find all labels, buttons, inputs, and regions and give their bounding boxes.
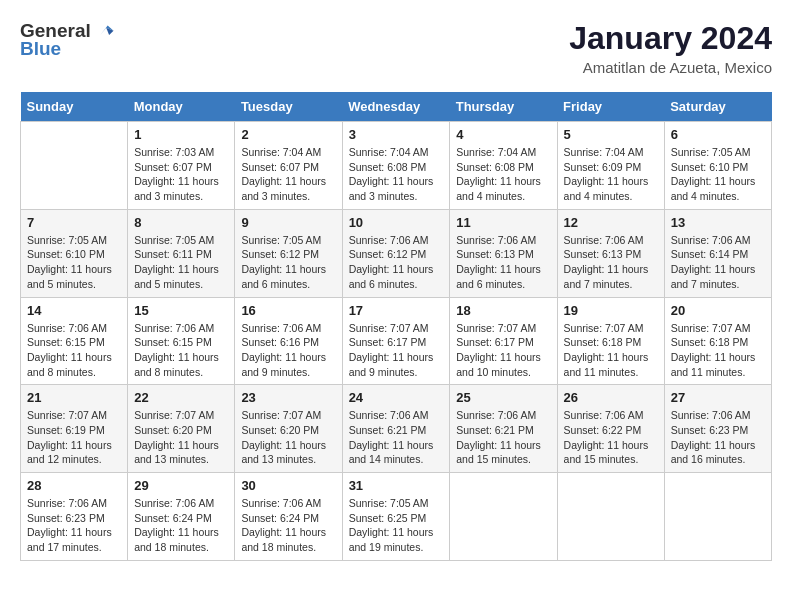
title-section: January 2024 Amatitlan de Azueta, Mexico <box>569 20 772 76</box>
day-info: Sunrise: 7:04 AMSunset: 6:09 PMDaylight:… <box>564 145 658 204</box>
calendar-cell: 16Sunrise: 7:06 AMSunset: 6:16 PMDayligh… <box>235 297 342 385</box>
page-title: January 2024 <box>569 20 772 57</box>
calendar-cell: 23Sunrise: 7:07 AMSunset: 6:20 PMDayligh… <box>235 385 342 473</box>
day-number: 15 <box>134 303 228 318</box>
weekday-header: Tuesday <box>235 92 342 122</box>
calendar-cell <box>21 122 128 210</box>
logo-blue-text: Blue <box>20 38 61 60</box>
calendar-cell: 22Sunrise: 7:07 AMSunset: 6:20 PMDayligh… <box>128 385 235 473</box>
day-info: Sunrise: 7:04 AMSunset: 6:08 PMDaylight:… <box>456 145 550 204</box>
day-info: Sunrise: 7:07 AMSunset: 6:18 PMDaylight:… <box>564 321 658 380</box>
day-info: Sunrise: 7:07 AMSunset: 6:18 PMDaylight:… <box>671 321 765 380</box>
day-info: Sunrise: 7:03 AMSunset: 6:07 PMDaylight:… <box>134 145 228 204</box>
calendar-cell: 30Sunrise: 7:06 AMSunset: 6:24 PMDayligh… <box>235 473 342 561</box>
day-number: 5 <box>564 127 658 142</box>
calendar-cell: 31Sunrise: 7:05 AMSunset: 6:25 PMDayligh… <box>342 473 450 561</box>
calendar-cell: 28Sunrise: 7:06 AMSunset: 6:23 PMDayligh… <box>21 473 128 561</box>
calendar-cell: 2Sunrise: 7:04 AMSunset: 6:07 PMDaylight… <box>235 122 342 210</box>
calendar-week-row: 28Sunrise: 7:06 AMSunset: 6:23 PMDayligh… <box>21 473 772 561</box>
calendar-cell: 3Sunrise: 7:04 AMSunset: 6:08 PMDaylight… <box>342 122 450 210</box>
day-number: 20 <box>671 303 765 318</box>
day-number: 10 <box>349 215 444 230</box>
calendar-cell: 21Sunrise: 7:07 AMSunset: 6:19 PMDayligh… <box>21 385 128 473</box>
calendar-cell: 29Sunrise: 7:06 AMSunset: 6:24 PMDayligh… <box>128 473 235 561</box>
day-number: 21 <box>27 390 121 405</box>
calendar-cell <box>664 473 771 561</box>
day-number: 19 <box>564 303 658 318</box>
day-number: 22 <box>134 390 228 405</box>
calendar-cell <box>557 473 664 561</box>
calendar-week-row: 7Sunrise: 7:05 AMSunset: 6:10 PMDaylight… <box>21 209 772 297</box>
calendar-cell: 14Sunrise: 7:06 AMSunset: 6:15 PMDayligh… <box>21 297 128 385</box>
day-info: Sunrise: 7:07 AMSunset: 6:20 PMDaylight:… <box>241 408 335 467</box>
weekday-header: Wednesday <box>342 92 450 122</box>
page-subtitle: Amatitlan de Azueta, Mexico <box>569 59 772 76</box>
day-number: 17 <box>349 303 444 318</box>
day-number: 25 <box>456 390 550 405</box>
logo: General Blue <box>20 20 115 60</box>
calendar-cell: 9Sunrise: 7:05 AMSunset: 6:12 PMDaylight… <box>235 209 342 297</box>
logo-bird-icon <box>93 20 115 42</box>
day-info: Sunrise: 7:06 AMSunset: 6:15 PMDaylight:… <box>134 321 228 380</box>
calendar-week-row: 1Sunrise: 7:03 AMSunset: 6:07 PMDaylight… <box>21 122 772 210</box>
calendar-cell: 25Sunrise: 7:06 AMSunset: 6:21 PMDayligh… <box>450 385 557 473</box>
calendar-cell: 6Sunrise: 7:05 AMSunset: 6:10 PMDaylight… <box>664 122 771 210</box>
calendar-cell: 17Sunrise: 7:07 AMSunset: 6:17 PMDayligh… <box>342 297 450 385</box>
day-info: Sunrise: 7:06 AMSunset: 6:15 PMDaylight:… <box>27 321 121 380</box>
day-info: Sunrise: 7:06 AMSunset: 6:12 PMDaylight:… <box>349 233 444 292</box>
day-number: 7 <box>27 215 121 230</box>
page-header: General Blue January 2024 Amatitlan de A… <box>20 20 772 76</box>
day-info: Sunrise: 7:06 AMSunset: 6:24 PMDaylight:… <box>241 496 335 555</box>
day-info: Sunrise: 7:07 AMSunset: 6:20 PMDaylight:… <box>134 408 228 467</box>
day-number: 13 <box>671 215 765 230</box>
weekday-header: Saturday <box>664 92 771 122</box>
weekday-header: Monday <box>128 92 235 122</box>
day-info: Sunrise: 7:07 AMSunset: 6:19 PMDaylight:… <box>27 408 121 467</box>
day-number: 18 <box>456 303 550 318</box>
day-info: Sunrise: 7:06 AMSunset: 6:16 PMDaylight:… <box>241 321 335 380</box>
weekday-header: Thursday <box>450 92 557 122</box>
calendar-cell: 26Sunrise: 7:06 AMSunset: 6:22 PMDayligh… <box>557 385 664 473</box>
calendar-cell: 20Sunrise: 7:07 AMSunset: 6:18 PMDayligh… <box>664 297 771 385</box>
day-info: Sunrise: 7:07 AMSunset: 6:17 PMDaylight:… <box>456 321 550 380</box>
calendar-cell: 1Sunrise: 7:03 AMSunset: 6:07 PMDaylight… <box>128 122 235 210</box>
calendar-header-row: SundayMondayTuesdayWednesdayThursdayFrid… <box>21 92 772 122</box>
calendar-cell: 27Sunrise: 7:06 AMSunset: 6:23 PMDayligh… <box>664 385 771 473</box>
day-info: Sunrise: 7:06 AMSunset: 6:24 PMDaylight:… <box>134 496 228 555</box>
day-number: 3 <box>349 127 444 142</box>
day-number: 6 <box>671 127 765 142</box>
day-info: Sunrise: 7:05 AMSunset: 6:11 PMDaylight:… <box>134 233 228 292</box>
calendar-week-row: 21Sunrise: 7:07 AMSunset: 6:19 PMDayligh… <box>21 385 772 473</box>
day-info: Sunrise: 7:04 AMSunset: 6:07 PMDaylight:… <box>241 145 335 204</box>
calendar-cell: 12Sunrise: 7:06 AMSunset: 6:13 PMDayligh… <box>557 209 664 297</box>
calendar-cell: 11Sunrise: 7:06 AMSunset: 6:13 PMDayligh… <box>450 209 557 297</box>
day-info: Sunrise: 7:04 AMSunset: 6:08 PMDaylight:… <box>349 145 444 204</box>
weekday-header: Friday <box>557 92 664 122</box>
day-number: 31 <box>349 478 444 493</box>
day-number: 29 <box>134 478 228 493</box>
calendar-cell: 7Sunrise: 7:05 AMSunset: 6:10 PMDaylight… <box>21 209 128 297</box>
calendar-cell: 24Sunrise: 7:06 AMSunset: 6:21 PMDayligh… <box>342 385 450 473</box>
calendar-cell: 19Sunrise: 7:07 AMSunset: 6:18 PMDayligh… <box>557 297 664 385</box>
day-info: Sunrise: 7:06 AMSunset: 6:23 PMDaylight:… <box>671 408 765 467</box>
calendar-cell: 5Sunrise: 7:04 AMSunset: 6:09 PMDaylight… <box>557 122 664 210</box>
day-number: 14 <box>27 303 121 318</box>
day-number: 12 <box>564 215 658 230</box>
calendar-table: SundayMondayTuesdayWednesdayThursdayFrid… <box>20 92 772 561</box>
day-number: 28 <box>27 478 121 493</box>
day-info: Sunrise: 7:06 AMSunset: 6:13 PMDaylight:… <box>564 233 658 292</box>
day-number: 11 <box>456 215 550 230</box>
day-info: Sunrise: 7:06 AMSunset: 6:21 PMDaylight:… <box>456 408 550 467</box>
calendar-cell: 13Sunrise: 7:06 AMSunset: 6:14 PMDayligh… <box>664 209 771 297</box>
day-number: 9 <box>241 215 335 230</box>
day-info: Sunrise: 7:05 AMSunset: 6:25 PMDaylight:… <box>349 496 444 555</box>
day-number: 4 <box>456 127 550 142</box>
calendar-cell: 4Sunrise: 7:04 AMSunset: 6:08 PMDaylight… <box>450 122 557 210</box>
day-info: Sunrise: 7:05 AMSunset: 6:10 PMDaylight:… <box>27 233 121 292</box>
day-info: Sunrise: 7:06 AMSunset: 6:13 PMDaylight:… <box>456 233 550 292</box>
day-info: Sunrise: 7:06 AMSunset: 6:23 PMDaylight:… <box>27 496 121 555</box>
day-number: 30 <box>241 478 335 493</box>
day-number: 26 <box>564 390 658 405</box>
calendar-cell <box>450 473 557 561</box>
calendar-week-row: 14Sunrise: 7:06 AMSunset: 6:15 PMDayligh… <box>21 297 772 385</box>
